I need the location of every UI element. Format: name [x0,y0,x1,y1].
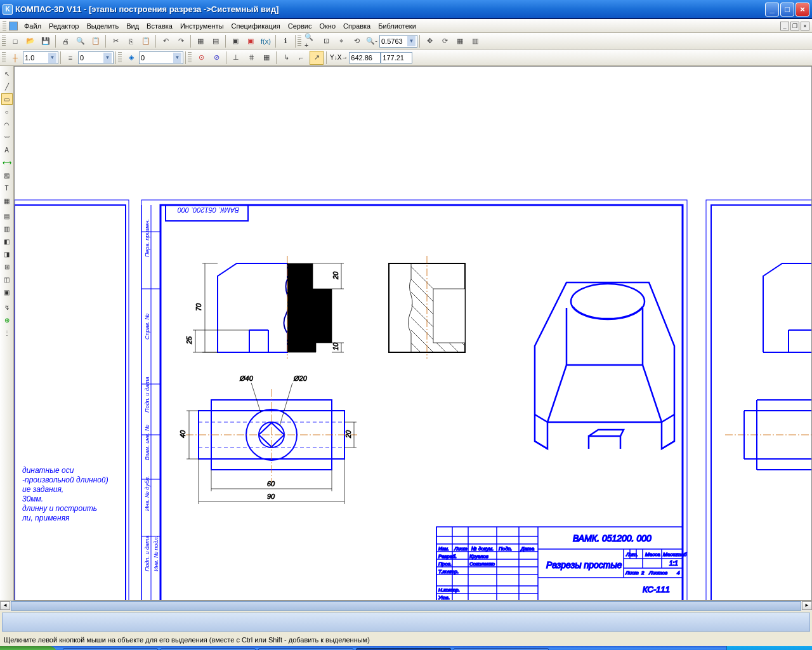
menu-view[interactable]: Вид [122,21,143,31]
pan-button[interactable]: ✥ [422,34,436,48]
start-button[interactable]: пуск [0,646,56,650]
lt-anchor[interactable]: ⊕ [1,314,13,326]
lt-hatch[interactable]: ▨ [1,169,13,181]
lt-redo[interactable]: ↯ [1,302,13,313]
new-button[interactable]: □ [8,34,22,48]
zoom-prev-button[interactable]: ⟲ [350,34,363,48]
zoom-in-button[interactable]: 🔍+ [304,34,318,48]
tb2-a[interactable]: ⊥ [229,51,243,65]
lt-text[interactable]: A [1,144,13,156]
zoom-window-button[interactable]: ⌖ [334,34,348,48]
tb-btn-d[interactable]: ▣ [244,34,258,48]
cut-button[interactable]: ✂ [108,34,122,48]
svg-text:1:1: 1:1 [669,560,678,567]
redraw-button[interactable]: ⟳ [438,34,452,48]
menu-tools[interactable]: Инструменты [176,21,228,31]
lt-line[interactable]: ╱ [1,81,13,92]
minimize-button[interactable]: _ [765,3,779,17]
scroll-right-button[interactable]: ► [802,601,812,610]
lt-e7[interactable]: ▣ [1,286,13,298]
tb-btn-f[interactable]: ▥ [468,34,482,48]
properties-panel[interactable] [2,613,810,632]
open-button[interactable]: 📂 [23,34,37,48]
scrollbar-horizontal[interactable]: ◄ ► [0,600,812,611]
zoom-fit-button[interactable]: ⊡ [319,34,333,48]
toolbar-left: ↖ ╱ ▭ ○ ◠ 〰 A ⟷ ▨ T ▦ ▤ ▥ ◧ ◨ ⊞ ◫ ▣ ↯ ⊕ … [0,66,14,600]
redo-button[interactable]: ↷ [174,34,188,48]
zoom-out-button[interactable]: 🔍- [365,34,379,48]
print-button[interactable]: 🖨 [58,34,72,48]
lt-spline[interactable]: 〰 [1,131,13,143]
lt-circle[interactable]: ○ [1,106,13,117]
menu-libraries[interactable]: Библиотеки [374,21,420,31]
svg-text:20: 20 [344,430,352,439]
zoom-combo[interactable]: 0.5763▼ [379,35,417,48]
svg-text:ВАМК. 051200. 000: ВАМК. 051200. 000 [573,533,652,543]
tb2-b[interactable]: ⋕ [244,51,258,65]
lt-text2[interactable]: T [1,182,13,194]
tb-btn-c[interactable]: ▣ [228,34,242,48]
snap-off-button[interactable]: ⊘ [209,51,223,65]
tb2-c[interactable]: ▦ [259,51,273,65]
tb2-d[interactable]: ↳ [279,51,293,65]
linetype-button[interactable]: ≡ [63,51,77,65]
menu-service[interactable]: Сервис [284,21,316,31]
svg-text:20: 20 [332,271,339,280]
menu-select[interactable]: Выделить [82,21,122,31]
undo-button[interactable]: ↶ [159,34,173,48]
menu-window[interactable]: Окно [315,21,339,31]
tb-btn-a[interactable]: ▦ [193,34,207,48]
grip-icon [298,36,301,47]
coord-y[interactable]: 177.21 [381,52,412,63]
save-button[interactable]: 💾 [39,34,53,48]
svg-rect-48 [433,289,465,343]
svg-text:Т.контр.: Т.контр. [438,569,459,574]
lt-cursor[interactable]: ↖ [1,68,13,79]
mdi-restore-icon[interactable]: ❐ [790,22,799,30]
plot-button[interactable]: 📋 [89,34,103,48]
lt-e6[interactable]: ◫ [1,274,13,285]
width-combo[interactable]: 1.0▼ [23,51,58,64]
scroll-left-button[interactable]: ◄ [0,601,10,610]
mdi-close-icon[interactable]: × [801,22,809,30]
tb2-e[interactable]: ⌐ [294,51,308,65]
tb2-f[interactable]: ↗ [310,51,324,65]
lt-dim[interactable]: ⟷ [1,157,13,168]
layer-combo[interactable]: 0▼ [139,51,183,64]
svg-text:Листов: Листов [648,570,667,576]
lt-e1[interactable]: ▤ [1,210,13,222]
style-button[interactable]: ┼ [8,51,22,65]
paste-button[interactable]: 📋 [139,34,153,48]
svg-text:КС-111: КС-111 [643,585,670,594]
scroll-thumb[interactable] [11,601,801,611]
grip-icon [118,52,122,63]
menu-insert[interactable]: Вставка [143,21,176,31]
drawing-canvas[interactable]: динатные оси -произвольной длинной) ие з… [14,66,812,600]
preview-button[interactable]: 🔍 [74,34,88,48]
tb-btn-e[interactable]: ▦ [453,34,467,48]
layer-button[interactable]: ◈ [124,51,138,65]
help-button[interactable]: ℹ [278,34,292,48]
lt-rect[interactable]: ▭ [1,93,13,105]
close-button[interactable]: × [796,3,809,17]
copy-button[interactable]: ⎘ [124,34,138,48]
lt-e3[interactable]: ◧ [1,235,13,247]
menu-spec[interactable]: Спецификация [228,21,284,31]
menu-file[interactable]: Файл [20,21,45,31]
maximize-button[interactable]: □ [780,3,794,17]
tb-btn-b[interactable]: ▤ [209,34,223,48]
menu-editor[interactable]: Редактор [45,21,82,31]
lt-e5[interactable]: ⊞ [1,261,13,272]
lt-table[interactable]: ▦ [1,195,13,206]
menu-help[interactable]: Справка [339,21,374,31]
linetype-combo[interactable]: 0▼ [78,51,114,64]
lt-e4[interactable]: ◨ [1,248,13,260]
svg-text:Лист: Лист [454,546,468,552]
fx-button[interactable]: f(x) [259,34,273,48]
lt-arc[interactable]: ◠ [1,119,13,130]
lt-more[interactable]: ⋮ [1,327,13,338]
mdi-min-icon[interactable]: _ [780,22,789,30]
lt-e2[interactable]: ▥ [1,223,13,234]
coord-x[interactable]: 642.86 [349,52,381,63]
snap-on-button[interactable]: ⊙ [194,51,208,65]
